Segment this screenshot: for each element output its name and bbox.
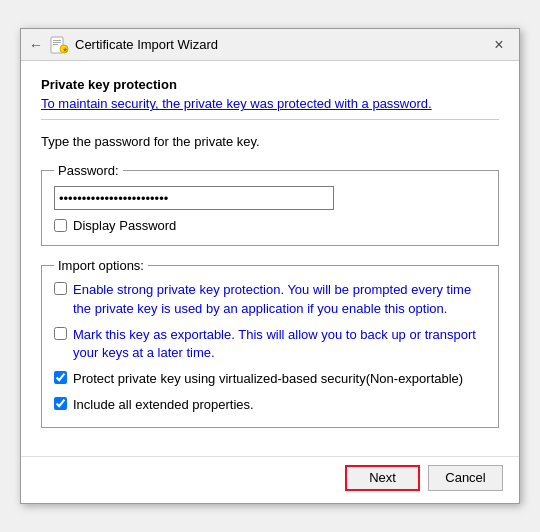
display-password-checkbox[interactable] bbox=[54, 219, 67, 232]
wizard-window: ← ★ Certificate Import Wizard × Private … bbox=[20, 28, 520, 503]
option-3-checkbox[interactable] bbox=[54, 371, 67, 384]
option-2-label: Mark this key as exportable. This will a… bbox=[73, 326, 486, 362]
footer: Next Cancel bbox=[21, 456, 519, 503]
password-field-row bbox=[54, 186, 486, 210]
titlebar-left: ← ★ Certificate Import Wizard bbox=[29, 35, 218, 55]
svg-text:★: ★ bbox=[62, 46, 68, 53]
option-row-4: Include all extended properties. bbox=[54, 396, 486, 414]
back-button[interactable]: ← bbox=[29, 37, 43, 53]
option-row-2: Mark this key as exportable. This will a… bbox=[54, 326, 486, 362]
certificate-icon: ★ bbox=[49, 35, 69, 55]
password-fieldset: Password: Display Password bbox=[41, 163, 499, 246]
divider bbox=[41, 119, 499, 120]
display-password-label: Display Password bbox=[73, 218, 176, 233]
cancel-button[interactable]: Cancel bbox=[428, 465, 503, 491]
option-1-checkbox[interactable] bbox=[54, 282, 67, 295]
svg-rect-2 bbox=[53, 42, 61, 43]
main-content: Private key protection To maintain secur… bbox=[21, 61, 519, 455]
section-title: Private key protection bbox=[41, 77, 499, 92]
password-input[interactable] bbox=[54, 186, 334, 210]
instruction-text: Type the password for the private key. bbox=[41, 134, 499, 149]
close-button[interactable]: × bbox=[487, 33, 511, 57]
window-title: Certificate Import Wizard bbox=[75, 37, 218, 52]
import-options-fieldset: Import options: Enable strong private ke… bbox=[41, 258, 499, 427]
option-row-1: Enable strong private key protection. Yo… bbox=[54, 281, 486, 317]
option-row-3: Protect private key using virtualized-ba… bbox=[54, 370, 486, 388]
option-1-label: Enable strong private key protection. Yo… bbox=[73, 281, 486, 317]
titlebar: ← ★ Certificate Import Wizard × bbox=[21, 29, 519, 61]
svg-rect-3 bbox=[53, 44, 58, 45]
option-4-checkbox[interactable] bbox=[54, 397, 67, 410]
section-description: To maintain security, the private key wa… bbox=[41, 96, 499, 111]
option-2-checkbox[interactable] bbox=[54, 327, 67, 340]
display-password-row: Display Password bbox=[54, 218, 486, 233]
option-3-label: Protect private key using virtualized-ba… bbox=[73, 370, 463, 388]
option-4-label: Include all extended properties. bbox=[73, 396, 254, 414]
import-options-legend: Import options: bbox=[54, 258, 148, 273]
svg-rect-1 bbox=[53, 40, 61, 41]
password-legend: Password: bbox=[54, 163, 123, 178]
next-button[interactable]: Next bbox=[345, 465, 420, 491]
